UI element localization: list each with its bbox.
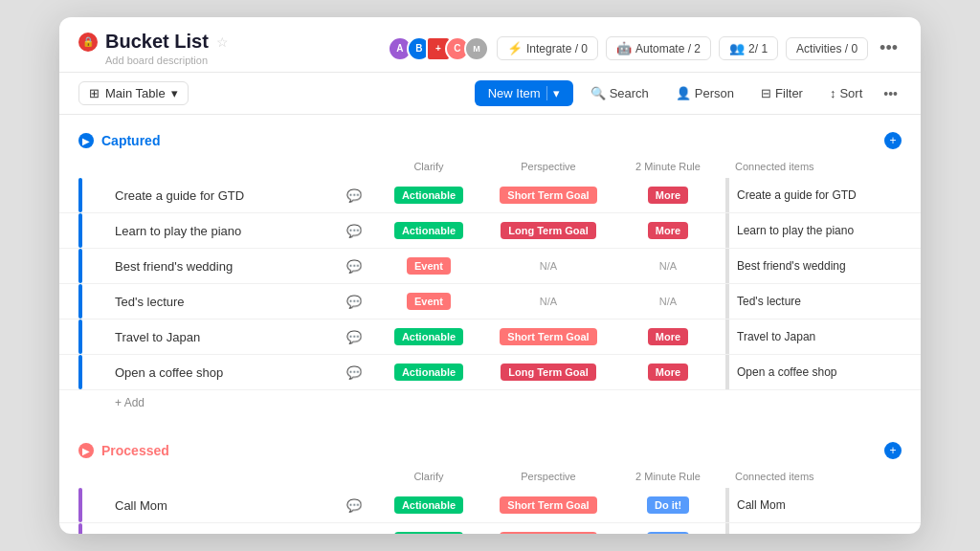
- search-icon: 🔍: [590, 86, 606, 100]
- col-header-4: Perspective: [486, 467, 611, 486]
- row-clarify-cell[interactable]: Actionable: [371, 364, 486, 381]
- table-view-button[interactable]: ⊞ Main Table ▾: [78, 81, 189, 105]
- board-title-row: 🔒 Bucket List ☆: [78, 31, 388, 53]
- col-header-7: Connected items: [729, 157, 902, 176]
- row-color-bar-cell: [78, 249, 107, 283]
- members-button[interactable]: 👥 2/ 1: [719, 36, 778, 60]
- col-headers-captured: ClarifyPerspective2 Minute RuleConnected…: [59, 157, 921, 176]
- toolbar-more-button[interactable]: •••: [880, 82, 902, 105]
- row-twominute-cell[interactable]: Do it!: [611, 532, 725, 534]
- row-comment-icon[interactable]: 💬: [337, 259, 371, 274]
- col-header-3: Clarify: [371, 467, 486, 486]
- row-twominute-cell[interactable]: N/A: [611, 260, 725, 272]
- star-icon[interactable]: ☆: [216, 34, 229, 50]
- filter-icon: ⊟: [761, 86, 771, 100]
- row-perspective-cell[interactable]: Short Term Goal: [486, 187, 611, 204]
- row-comment-icon[interactable]: 💬: [337, 188, 371, 203]
- table-row-captured-1[interactable]: Learn to play the piano💬ActionableLong T…: [59, 213, 921, 249]
- row-twominute-cell[interactable]: More: [611, 187, 725, 204]
- row-clarify-cell[interactable]: Actionable: [371, 222, 486, 239]
- row-color-bar-cell: [78, 488, 107, 522]
- group-add-icon-processed[interactable]: +: [884, 442, 902, 459]
- row-clarify-cell[interactable]: Actionable: [371, 496, 486, 514]
- members-icon: 👥: [729, 41, 745, 55]
- row-connected-cell: Learn to play the piano: [729, 224, 902, 237]
- search-button[interactable]: 🔍 Search: [581, 82, 658, 104]
- row-perspective-cell[interactable]: Short Term Goal: [486, 328, 611, 345]
- row-perspective-cell[interactable]: Long Term Goal: [486, 364, 611, 381]
- person-icon: 👤: [676, 86, 691, 100]
- group-toggle-processed[interactable]: ▶: [78, 443, 94, 458]
- table-row-captured-3[interactable]: Ted's lecture💬EventN/AN/ATed's lecture: [59, 284, 921, 320]
- group-toggle-captured[interactable]: ▶: [78, 133, 94, 148]
- sort-label: Sort: [839, 86, 862, 100]
- group-add-icon-captured[interactable]: +: [884, 132, 902, 149]
- row-twominute-cell[interactable]: N/A: [611, 296, 725, 307]
- row-clarify-cell[interactable]: Actionable: [371, 328, 486, 345]
- integrate-label: Integrate / 0: [526, 42, 588, 55]
- row-comment-icon[interactable]: 💬: [337, 295, 371, 309]
- col-header-0: [78, 467, 107, 486]
- row-color-bar-cell: [78, 178, 107, 212]
- row-perspective-cell[interactable]: Long Term Goal: [486, 222, 611, 239]
- automate-icon: 🤖: [616, 41, 632, 55]
- row-perspective-cell[interactable]: N/A: [486, 260, 611, 272]
- groups-container: ▶Captured+ClarifyPerspective2 Minute Rul…: [59, 124, 921, 534]
- table-row-captured-5[interactable]: Open a coffee shop💬ActionableLong Term G…: [59, 355, 921, 390]
- table-row-captured-4[interactable]: Travel to Japan💬ActionableShort Term Goa…: [59, 320, 921, 355]
- table-icon: ⊞: [89, 86, 100, 100]
- row-color-bar-cell: [78, 523, 107, 534]
- row-comment-icon[interactable]: 💬: [337, 224, 371, 238]
- row-comment-icon[interactable]: 💬: [337, 534, 371, 535]
- row-name: Travel to Japan: [107, 330, 337, 344]
- avatar-m: M: [464, 36, 489, 61]
- table-row-processed-0[interactable]: Call Mom💬ActionableShort Term GoalDo it!…: [59, 488, 921, 523]
- filter-button[interactable]: ⊟ Filter: [751, 82, 813, 104]
- row-twominute-cell[interactable]: Do it!: [611, 496, 725, 514]
- row-color-bar-cell: [78, 320, 107, 354]
- row-twominute-cell[interactable]: More: [611, 364, 725, 381]
- table-row-captured-2[interactable]: Best friend's wedding💬EventN/AN/ABest fr…: [59, 249, 921, 284]
- row-name: Ted's lecture: [107, 295, 337, 309]
- group-title-processed: Processed: [101, 443, 169, 458]
- row-clarify-cell[interactable]: Actionable: [371, 187, 486, 204]
- main-content: ▶Captured+ClarifyPerspective2 Minute Rul…: [59, 115, 921, 534]
- group-title-captured: Captured: [101, 133, 160, 148]
- row-clarify-cell[interactable]: Event: [371, 293, 486, 310]
- group-header-captured: ▶Captured+: [59, 124, 921, 157]
- automate-label: Automate / 2: [635, 42, 701, 55]
- row-comment-icon[interactable]: 💬: [337, 365, 371, 380]
- row-comment-icon[interactable]: 💬: [337, 498, 371, 513]
- new-item-button[interactable]: New Item ▾: [475, 80, 573, 106]
- filter-label: Filter: [775, 86, 803, 100]
- person-label: Person: [695, 86, 734, 100]
- row-name: Create a guide for GTD: [107, 188, 337, 203]
- sort-icon: ↕: [830, 86, 836, 100]
- row-perspective-cell[interactable]: N/A: [486, 296, 611, 307]
- row-perspective-cell[interactable]: Short Term Goal: [486, 496, 611, 514]
- col-header-2: [337, 157, 371, 176]
- col-divider: [725, 523, 729, 534]
- members-label: 2/ 1: [748, 42, 768, 55]
- person-button[interactable]: 👤 Person: [666, 82, 744, 104]
- add-row-captured[interactable]: + Add: [59, 390, 921, 415]
- integrate-icon: ⚡: [507, 41, 523, 55]
- header-more-button[interactable]: •••: [876, 34, 902, 62]
- table-row-processed-1[interactable]: Respond to Charlie's email💬ActionableSho…: [59, 523, 921, 534]
- row-name: Respond to Charlie's email: [107, 534, 337, 535]
- col-header-7: Connected items: [729, 467, 902, 486]
- automate-button[interactable]: 🤖 Automate / 2: [606, 36, 711, 60]
- row-perspective-cell[interactable]: Short Term Goal: [486, 532, 611, 534]
- row-twominute-cell[interactable]: More: [611, 328, 725, 345]
- row-clarify-cell[interactable]: Event: [371, 257, 486, 275]
- table-row-captured-0[interactable]: Create a guide for GTD💬ActionableShort T…: [59, 178, 921, 213]
- board-subtitle[interactable]: Add board description: [105, 55, 388, 66]
- sort-button[interactable]: ↕ Sort: [820, 82, 872, 104]
- header: 🔒 Bucket List ☆ Add board description A …: [59, 17, 921, 73]
- row-twominute-cell[interactable]: More: [611, 222, 725, 239]
- row-connected-cell: Create a guide for GTD: [729, 188, 902, 202]
- row-clarify-cell[interactable]: Actionable: [371, 532, 486, 534]
- integrate-button[interactable]: ⚡ Integrate / 0: [497, 36, 598, 60]
- activities-button[interactable]: Activities / 0: [786, 37, 868, 60]
- row-comment-icon[interactable]: 💬: [337, 330, 371, 344]
